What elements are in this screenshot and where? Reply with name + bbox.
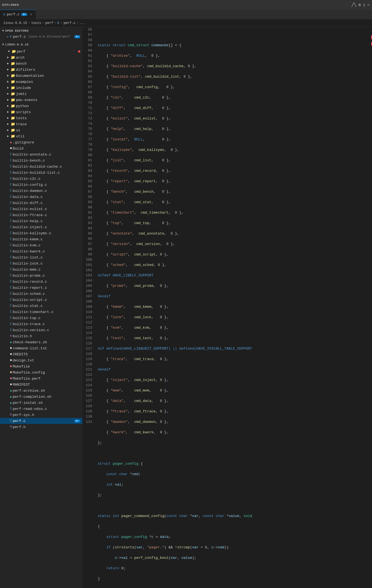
code-content[interactable]: static struct cmd_struct commands[] = { … [95,27,369,588]
code-editor[interactable]: 56 57 58 59 60 61 62 63 64 65 66 67 68 6… [82,27,372,588]
tree-item-perf-iostat-sh[interactable]: ◈ perf-iostat.sh [0,400,82,406]
tree-item-perf-archive-sh[interactable]: ◈ perf-archive.sh [0,388,82,394]
tree-item-builtin-script[interactable]: C builtin-script.c [0,297,82,303]
breadcrumb-perf[interactable]: perf [45,21,53,25]
breadcrumb-linux[interactable]: linux-6.0.15 [3,21,27,25]
tree-item-bench[interactable]: ► 📁 bench [0,61,82,67]
expand-arrow: ► [6,56,10,59]
tree-item-ui[interactable]: ► 📁 ui [0,127,82,133]
tree-item-dlfilters[interactable]: ► 📁 dlfilters [0,67,82,73]
scrollbar-track[interactable] [369,27,372,588]
tree-item-builtin-report[interactable]: C builtin-report.c [0,285,82,291]
tree-item-builtin-buildid-cache[interactable]: C builtin-buildid-cache.c [0,164,82,170]
tree-item-builtin-version[interactable]: C builtin-version.c [0,327,82,333]
file-tree[interactable]: ▼ 📁 perf ► 📁 arch ► 📁 bench ► 📁 dlfilter… [0,48,82,588]
tree-item-documentation[interactable]: ► 📁 Documentation [0,73,82,79]
file-name: builtin-top.c [13,316,40,320]
tree-item-builtin-list[interactable]: C builtin-list.c [0,254,82,260]
layout-icon[interactable]: ▯ [363,2,365,7]
tree-item-design-txt[interactable]: ■ design.txt [0,357,82,363]
file-icon-c: C [10,177,12,181]
tree-item-builtin-help[interactable]: C builtin-help.c [0,218,82,224]
tree-item-credits[interactable]: ■ CREDITS [0,351,82,357]
file-icon-c: C [10,419,12,423]
breadcrumb-tools[interactable]: tools [31,21,41,25]
tree-item-builtin-kwork[interactable]: C builtin-kwork.c [0,248,82,254]
tree-item-perf-c[interactable]: C perf.c 9+ [0,418,82,424]
tree-item-builtin-record[interactable]: C builtin-record.c [0,279,82,285]
tree-item-perf-completion-sh[interactable]: ◈ perf-completion.sh [0,394,82,400]
tree-item-tests[interactable]: ► 📁 tests [0,115,82,121]
more-actions-icon[interactable]: ⋯ [368,2,370,7]
tree-item-builtin-kallsyms[interactable]: C builtin-kallsyms.c [0,230,82,236]
file-name: perf-sys.h [13,413,34,417]
tree-item-builtin-data[interactable]: C builtin-data.c [0,194,82,200]
tree-item-builtin-inject[interactable]: C builtin-inject.c [0,224,82,230]
file-name: perf-archive.sh [13,389,45,393]
tree-item-include[interactable]: ► 📁 include [0,85,82,91]
file-icon-c: C [10,310,12,314]
settings-icon[interactable]: ⚙ [359,2,361,7]
open-file-perf-c[interactable]: ✕ C perf.c linux-6.0.15\tools\perf 9+ [0,34,82,40]
tab-perf-c[interactable]: C perf.c 9+ ✕ [0,10,36,19]
tree-item-perf-h[interactable]: H perf.h [0,424,82,430]
folder-name: arch [16,56,24,60]
tree-item-builtin-mem[interactable]: C builtin-mem.c [0,266,82,273]
tree-item-perf-read-vdso[interactable]: C perf-read-vdso.c [0,406,82,412]
tree-item-builtin-c2c[interactable]: C builtin-c2c.c [0,176,82,182]
tree-item-builtin-diff[interactable]: C builtin-diff.c [0,200,82,206]
tree-item-builtin-daemon[interactable]: C builtin-daemon.c [0,188,82,194]
tree-item-gitignore[interactable]: ◆ .gitignore [0,139,82,145]
code-line-86: #if defined(HAVE_LIBAUDIT_SUPPORT) || de… [98,346,369,351]
tree-item-builtin-kmem[interactable]: C builtin-kmem.c [0,236,82,242]
tree-item-trace[interactable]: ► 📁 trace [0,121,82,127]
tree-item-arch[interactable]: ► 📁 arch [0,55,82,61]
tree-item-util[interactable]: ► 📁 util [0,133,82,139]
tab-close-button[interactable]: ✕ [30,12,32,17]
code-line-83: { "lock", cmd_lock, 0 }, [98,315,369,320]
tree-item-builtin-evlist[interactable]: C builtin-evlist.c [0,206,82,212]
tree-item-builtin-trace[interactable]: C builtin-trace.c [0,321,82,327]
tree-item-manifest[interactable]: ■ MANIFEST [0,382,82,388]
tree-item-makefile[interactable]: ■ Makefile [0,363,82,369]
tree-item-scripts[interactable]: ► 📁 scripts [0,109,82,115]
tree-item-builtin-sched[interactable]: C builtin-sched.c [0,291,82,297]
tree-item-builtin-timechart[interactable]: C builtin-timechart.c [0,309,82,315]
folder-name: trace [16,122,27,126]
tree-item-builtin-bench[interactable]: C builtin-bench.c [0,157,82,164]
tree-item-examples[interactable]: ► 📁 examples [0,79,82,85]
close-btn[interactable]: ✕ [7,35,9,39]
tree-item-command-list-txt[interactable]: ■ command-list.txt [0,345,82,351]
code-line-62: { "c2c", cmd_c2c, 0 }, [98,95,369,100]
breadcrumb-more[interactable]: ... [80,21,86,25]
editor-wrapper[interactable]: 56 57 58 59 60 61 62 63 64 65 66 67 68 6… [82,27,372,588]
tree-item-builtin-top[interactable]: C builtin-top.c [0,315,82,321]
file-icon-c: C [10,201,12,205]
tree-item-perf-sys-h[interactable]: H perf-sys.h [0,412,82,418]
breadcrumb-perf-c[interactable]: perf.c [64,21,75,25]
tree-item-jvmti[interactable]: ► 📁 jvmti [0,91,82,97]
tree-item-builtin-kvm[interactable]: C builtin-kvm.c [0,242,82,248]
open-editors-title[interactable]: ▼ OPEN EDITORS [0,28,82,34]
tree-item-builtin-stat[interactable]: C builtin-stat.c [0,303,82,309]
tree-item-python[interactable]: ► 📁 python [0,103,82,109]
tree-item-check-headers-sh[interactable]: ◈ check-headers.sh [0,339,82,345]
tree-item-builtin-config[interactable]: C builtin-config.c [0,182,82,188]
tree-item-builtin-annotate[interactable]: C builtin-annotate.c [0,151,82,157]
tree-item-builtin-ftrace[interactable]: C builtin-ftrace.c [0,212,82,218]
tree-item-makefile-config[interactable]: ■ Makefile.config [0,369,82,375]
tree-item-makefile-perf[interactable]: ■ Makefile.perf [0,375,82,382]
tree-item-build[interactable]: ■ Build [0,145,82,151]
tree-item-builtin-probe[interactable]: C builtin-probe.c [0,273,82,279]
linux-root-title[interactable]: ▼ LINUX-6.0.15 [0,42,82,47]
code-line-95: }; [98,440,369,445]
split-editor-icon[interactable]: ╱╲ [352,2,356,7]
file-name: builtin-kwork.c [13,249,45,254]
tree-item-builtin-buildid-list[interactable]: C builtin-buildid-list.c [0,170,82,176]
tree-item-pmu-events[interactable]: ► 📁 pmu-events [0,97,82,103]
tree-item-builtin-lock[interactable]: C builtin-lock.c [0,260,82,266]
code-line-82: { "kmem", cmd_kmem, 0 }, [98,304,369,309]
tree-item-perf[interactable]: ▼ 📁 perf [0,48,82,55]
tree-item-builtin-h[interactable]: H builtin.h [0,333,82,339]
expand-arrow: ▼ [7,50,11,53]
